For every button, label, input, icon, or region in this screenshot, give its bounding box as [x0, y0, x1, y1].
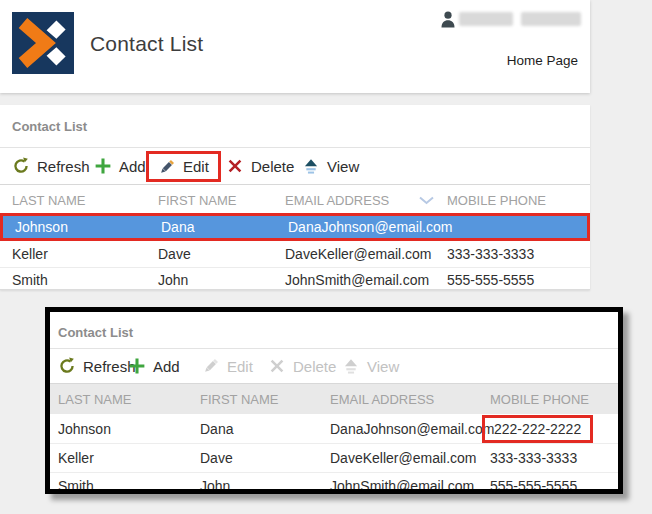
column-header-last-name[interactable]: LAST NAME — [58, 392, 131, 407]
cell-first-name: John — [200, 478, 230, 494]
cell-last-name: Smith — [12, 272, 48, 288]
edit-label: Edit — [183, 158, 209, 175]
refresh-icon — [58, 357, 76, 375]
delete-label: Delete — [251, 158, 294, 175]
delete-button[interactable]: Delete — [226, 148, 294, 184]
cell-last-name: Johnson — [15, 219, 68, 235]
cell-phone: 333-333-3333 — [490, 450, 577, 466]
table-header-row: LAST NAME FIRST NAME EMAIL ADDRESS MOBIL… — [50, 384, 618, 414]
cell-email: DanaJohnson@email.com — [288, 219, 452, 235]
refresh-label: Refresh — [37, 158, 90, 175]
column-header-first-name[interactable]: FIRST NAME — [200, 392, 279, 407]
cell-first-name: Dave — [158, 246, 191, 262]
edit-button[interactable]: Edit — [158, 158, 209, 176]
edit-label: Edit — [227, 358, 253, 375]
delete-x-icon — [268, 357, 286, 375]
column-header-mobile-phone[interactable]: MOBILE PHONE — [490, 392, 589, 407]
table-row-selected[interactable]: Johnson Dana DanaJohnson@email.com — [0, 213, 590, 241]
refresh-button[interactable]: Refresh — [58, 349, 136, 383]
table-row[interactable]: Smith John JohnSmith@email.com 555-555-5… — [0, 267, 590, 293]
cell-phone: 555-555-5555 — [490, 478, 577, 494]
column-header-last-name[interactable]: LAST NAME — [12, 192, 85, 207]
cell-last-name: Smith — [58, 478, 94, 494]
cell-phone: 333-333-3333 — [447, 246, 534, 262]
column-header-first-name[interactable]: FIRST NAME — [158, 192, 237, 207]
cell-email: DanaJohnson@email.com — [330, 421, 494, 437]
add-icon — [128, 357, 146, 375]
toolbar: Refresh Add Edit — [50, 348, 618, 384]
edit-button-disabled: Edit — [202, 349, 253, 383]
table-header-row: LAST NAME FIRST NAME EMAIL ADDRESS MOBIL… — [0, 186, 590, 213]
add-label: Add — [119, 158, 146, 175]
table-row[interactable]: Keller Dave DaveKeller@email.com 333-333… — [0, 241, 590, 268]
cell-last-name: Keller — [58, 450, 94, 466]
table-row[interactable]: Keller Dave DaveKeller@email.com 333-333… — [50, 443, 618, 473]
cell-first-name: Dave — [200, 450, 233, 466]
delete-button-disabled: Delete — [268, 349, 336, 383]
view-label: View — [327, 158, 359, 175]
view-button[interactable]: View — [302, 148, 359, 184]
view-icon — [302, 157, 320, 175]
cell-email: DaveKeller@email.com — [285, 246, 431, 262]
redacted-username — [459, 12, 513, 26]
edit-pencil-icon — [202, 357, 220, 375]
cell-email: JohnSmith@email.com — [330, 478, 474, 494]
cell-email: JohnSmith@email.com — [285, 272, 429, 288]
cell-last-name: Keller — [12, 246, 48, 262]
cell-first-name: Dana — [161, 219, 194, 235]
edit-pencil-icon — [158, 158, 176, 176]
cell-last-name: Johnson — [58, 421, 111, 437]
refresh-button[interactable]: Refresh — [12, 148, 90, 184]
view-label: View — [367, 358, 399, 375]
cell-phone: 555-555-5555 — [447, 272, 534, 288]
sort-chevron-down-icon — [418, 196, 435, 205]
add-button[interactable]: Add — [128, 349, 180, 383]
column-header-email-address[interactable]: EMAIL ADDRESS — [330, 392, 434, 407]
add-button[interactable]: Add — [94, 148, 146, 184]
user-icon — [441, 11, 455, 28]
view-button-disabled: View — [342, 349, 399, 383]
delete-label: Delete — [293, 358, 336, 375]
phone-annotation-box: 222-222-2222 — [482, 415, 593, 443]
add-label: Add — [153, 358, 180, 375]
contact-list-panel: Contact List Refresh Add — [0, 105, 590, 290]
section-title: Contact List — [12, 119, 87, 134]
app-header: Contact List Home Page — [0, 0, 590, 93]
cell-email: DaveKeller@email.com — [330, 450, 476, 466]
cell-first-name: John — [158, 272, 188, 288]
delete-x-icon — [226, 157, 244, 175]
app-logo-icon — [12, 12, 74, 74]
view-icon — [342, 357, 360, 375]
user-menu[interactable] — [441, 10, 455, 28]
inset-screenshot-panel: Contact List Refresh Add — [45, 307, 623, 494]
table-row[interactable]: Smith John JohnSmith@email.com 555-555-5… — [50, 472, 618, 494]
edit-annotation-box: Edit — [146, 151, 221, 182]
column-header-mobile-phone[interactable]: MOBILE PHONE — [447, 192, 546, 207]
column-header-email-address[interactable]: EMAIL ADDRESS — [285, 192, 389, 207]
section-title: Contact List — [58, 325, 133, 340]
home-page-link[interactable]: Home Page — [507, 53, 578, 68]
refresh-icon — [12, 157, 30, 175]
table-row[interactable]: Johnson Dana DanaJohnson@email.com 222-2… — [50, 414, 618, 444]
redacted-username — [521, 12, 581, 26]
add-icon — [94, 157, 112, 175]
cell-first-name: Dana — [200, 421, 233, 437]
page-title: Contact List — [90, 32, 203, 56]
toolbar: Refresh Add Edit — [0, 147, 590, 185]
